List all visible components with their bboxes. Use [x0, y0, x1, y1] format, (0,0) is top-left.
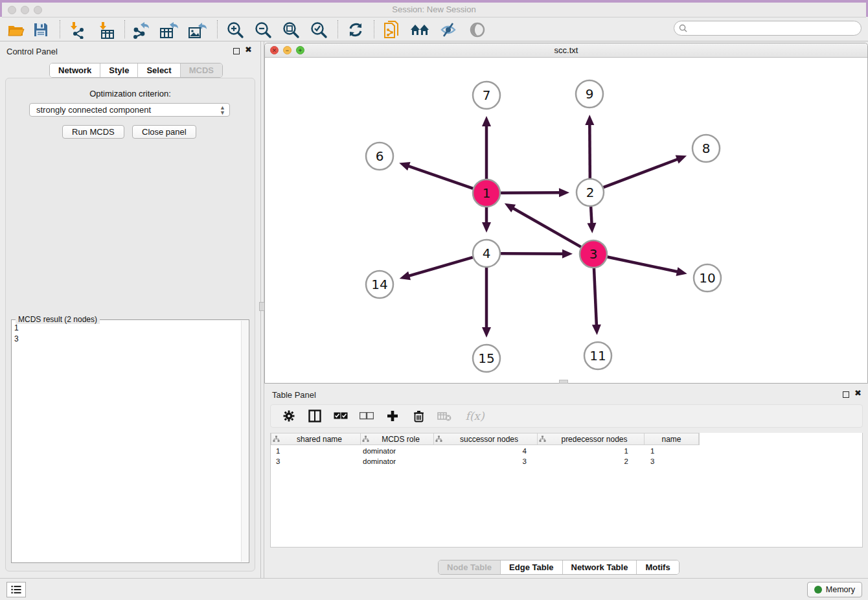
zoom-in-icon — [226, 21, 244, 39]
close-panel-button[interactable]: Close panel — [132, 125, 196, 139]
export-network-button[interactable] — [130, 19, 152, 40]
tab-network-table[interactable]: Network Table — [563, 560, 637, 574]
application-window: Session: New Session — [0, 0, 868, 600]
toolbar-divider — [60, 20, 60, 38]
column-header-predecessor-nodes[interactable]: predecessor nodes — [538, 433, 645, 444]
columns-icon — [308, 410, 321, 422]
search-input[interactable] — [690, 23, 861, 34]
unchecked-boxes-icon — [360, 412, 374, 420]
export-table-button[interactable] — [158, 19, 180, 40]
edge-arrowhead — [676, 267, 687, 276]
edge-4-3[interactable] — [501, 253, 564, 254]
hide-graphics-details-button[interactable] — [437, 19, 459, 40]
show-columns-button[interactable] — [306, 408, 323, 424]
column-header-mcds-role[interactable]: MCDS role — [361, 433, 434, 444]
network-window-title: scc.txt — [265, 45, 867, 55]
table-float-icon[interactable] — [843, 391, 849, 398]
graph-node-label: 4 — [483, 246, 491, 261]
import-table-button[interactable] — [95, 19, 117, 40]
edge-arrowhead — [399, 162, 410, 170]
hierarchy-icon — [273, 435, 280, 443]
task-history-button[interactable] — [6, 582, 26, 597]
result-scrollbar[interactable] — [241, 321, 248, 562]
tab-motifs[interactable]: Motifs — [637, 560, 678, 574]
tab-network[interactable]: Network — [50, 63, 100, 77]
memory-button[interactable]: Memory — [807, 582, 862, 597]
edge-3-10[interactable] — [608, 257, 679, 272]
column-header-name[interactable]: name — [645, 433, 699, 444]
tab-edge-table[interactable]: Edge Table — [501, 560, 562, 574]
optimization-criterion-label: Optimization criterion: — [6, 89, 255, 98]
function-builder-button[interactable]: f(x) — [462, 408, 488, 424]
zoom-selected-button[interactable] — [308, 19, 330, 40]
home-view-button[interactable] — [409, 19, 431, 40]
add-column-button[interactable] — [384, 408, 401, 424]
export-table-icon — [159, 21, 179, 39]
toolbar-search[interactable] — [674, 21, 862, 36]
open-session-button[interactable] — [5, 19, 27, 40]
edge-4-14[interactable] — [407, 257, 473, 276]
run-mcds-button[interactable]: Run MCDS — [62, 125, 124, 139]
table-close-icon[interactable]: ✖ — [854, 388, 862, 398]
delete-row-button[interactable] — [410, 408, 427, 424]
column-header-successor-nodes[interactable]: successor nodes — [434, 433, 538, 444]
edge-3-11[interactable] — [594, 268, 597, 327]
select-all-rows-button[interactable] — [332, 408, 349, 424]
edge-1-6[interactable] — [407, 166, 474, 189]
table-row[interactable]: 3 dominator 3 2 3 — [271, 457, 698, 468]
table-panel: Table Panel ✖ — [264, 386, 868, 578]
horizontal-splitter-handle[interactable] — [559, 380, 568, 384]
duplicate-network-button[interactable] — [381, 19, 403, 40]
zoom-fit-button[interactable] — [280, 19, 302, 40]
import-network-icon — [67, 21, 86, 39]
edge-2-3[interactable] — [591, 207, 591, 225]
export-image-button[interactable] — [187, 19, 209, 40]
control-panel: Control Panel ✖ Network Style Select MCD… — [0, 41, 260, 578]
delete-column-button[interactable] — [436, 408, 453, 424]
table-row[interactable]: 1 dominator 4 1 1 — [271, 447, 698, 457]
column-header-shared-name[interactable]: shared name — [271, 433, 361, 444]
import-table-icon — [97, 21, 115, 39]
refresh-network-button[interactable] — [345, 19, 367, 40]
toolbar-divider — [217, 20, 218, 38]
criterion-select[interactable]: strongly connected component ▲▼ — [29, 103, 230, 117]
table-toolbar: f(x) — [270, 404, 863, 428]
duplicate-network-icon — [383, 20, 400, 40]
app-title: Session: New Session — [2, 5, 866, 14]
close-panel-icon[interactable]: ✖ — [245, 45, 252, 54]
edge-arrowhead — [676, 156, 687, 164]
zoom-selected-icon — [310, 21, 328, 39]
tab-node-table[interactable]: Node Table — [439, 560, 501, 574]
cell-shared-name: 1 — [271, 447, 360, 457]
edge-3-1[interactable] — [512, 207, 581, 247]
float-panel-icon[interactable] — [233, 48, 240, 54]
tab-style[interactable]: Style — [100, 63, 138, 77]
cell-name: 1 — [644, 447, 698, 457]
zoom-in-button[interactable] — [224, 19, 246, 40]
refresh-icon — [347, 21, 364, 38]
deselect-all-rows-button[interactable] — [358, 408, 375, 424]
edge-2-8[interactable] — [604, 159, 679, 187]
network-canvas[interactable]: 7968124314101511 — [265, 58, 867, 383]
zoom-out-icon — [254, 21, 272, 39]
zoom-out-button[interactable] — [252, 19, 274, 40]
hierarchy-icon — [539, 435, 546, 443]
edge-2-9[interactable] — [589, 123, 590, 178]
network-window-titlebar[interactable]: ✕ − + scc.txt — [265, 43, 867, 58]
edge-arrowhead — [585, 115, 594, 125]
edge-arrowhead — [482, 327, 491, 338]
checked-boxes-icon — [334, 412, 348, 420]
eye-icon — [469, 21, 486, 38]
table-tabs: Node Table Edge Table Network Table Moti… — [438, 560, 680, 575]
table-settings-button[interactable] — [280, 408, 297, 424]
memory-status-icon — [814, 586, 822, 594]
gear-icon — [283, 410, 295, 422]
tab-select[interactable]: Select — [138, 63, 180, 77]
tab-mcds[interactable]: MCDS — [181, 63, 222, 77]
save-session-button[interactable] — [30, 19, 52, 40]
toolbar-divider — [337, 20, 338, 38]
edge-1-2[interactable] — [501, 192, 561, 193]
import-network-button[interactable] — [65, 19, 87, 40]
cell-shared-name: 3 — [271, 457, 360, 468]
show-graphics-details-button[interactable] — [466, 19, 488, 40]
